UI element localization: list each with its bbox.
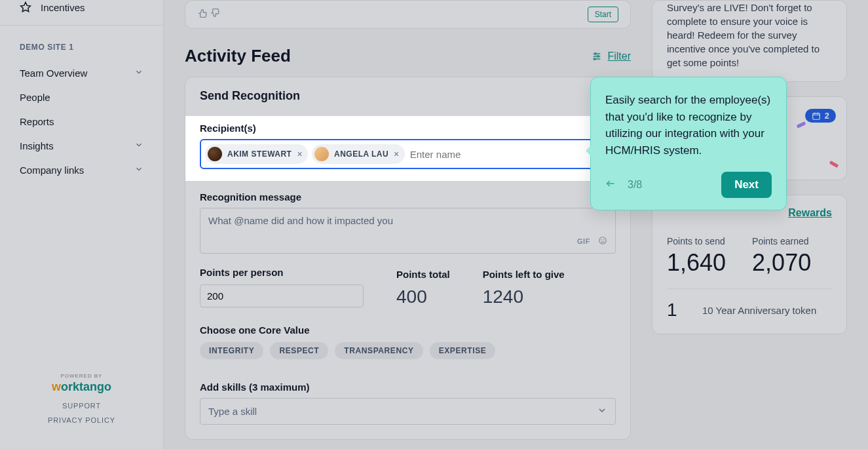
tooltip-text: Easily search for the employee(s) that y… bbox=[605, 92, 772, 159]
recipient-chip: AKIM STEWART × bbox=[205, 144, 308, 164]
sidebar-item-insights[interactable]: Insights bbox=[16, 134, 147, 158]
filter-label: Filter bbox=[607, 50, 631, 62]
points-send-label: Points to send bbox=[667, 236, 726, 246]
sidebar-item-label: Company links bbox=[20, 165, 84, 176]
avatar bbox=[314, 147, 329, 161]
site-label: DEMO SITE 1 bbox=[20, 43, 147, 52]
survey-text: Survey's are LIVE! Don't forget to compl… bbox=[667, 1, 832, 69]
sidebar-item-reports[interactable]: Reports bbox=[16, 109, 147, 134]
message-input[interactable]: What @name did and how it impacted you G… bbox=[200, 208, 616, 254]
points-send-value: 1,640 bbox=[667, 249, 726, 277]
svg-point-12 bbox=[601, 240, 602, 241]
brand-logo[interactable]: worktango bbox=[16, 380, 147, 394]
rewards-card: Rewards Points to send 1,640 Points earn… bbox=[652, 195, 847, 334]
sidebar: Incentives DEMO SITE 1 Team Overview Peo… bbox=[0, 0, 164, 449]
skills-placeholder: Type a skill bbox=[208, 406, 257, 417]
recipient-chip: ANGELA LAU × bbox=[312, 144, 405, 164]
points-earned-label: Points earned bbox=[752, 236, 811, 246]
recipients-section: Recipient(s) AKIM STEWART × ANGELA LAU × bbox=[185, 116, 630, 181]
thumbs-icon[interactable] bbox=[197, 9, 220, 21]
chevron-down-icon bbox=[597, 405, 607, 418]
sidebar-item-team-overview[interactable]: Team Overview bbox=[16, 61, 147, 85]
chevron-down-icon bbox=[134, 140, 143, 151]
sidebar-item-label: Team Overview bbox=[20, 68, 87, 79]
points-left-label: Points left to give bbox=[483, 269, 565, 280]
points-total-value: 400 bbox=[396, 286, 450, 307]
star-icon bbox=[20, 1, 31, 13]
activity-feed-title: Activity Feed bbox=[185, 46, 291, 66]
recipients-input[interactable]: AKIM STEWART × ANGELA LAU × bbox=[200, 139, 616, 169]
tour-tooltip: Easily search for the employee(s) that y… bbox=[590, 77, 787, 210]
start-button[interactable]: Start bbox=[588, 7, 618, 22]
card-title: Send Recognition bbox=[200, 89, 300, 103]
svg-point-11 bbox=[599, 237, 607, 244]
svg-point-4 bbox=[597, 55, 599, 57]
send-recognition-card: Send Recognition Recipient(s) AKIM STEWA… bbox=[185, 77, 631, 440]
tooltip-step: 3/8 bbox=[628, 179, 642, 191]
recipient-text-input[interactable] bbox=[409, 146, 592, 163]
right-column: Survey's are LIVE! Don't forget to compl… bbox=[652, 0, 868, 449]
svg-rect-14 bbox=[813, 113, 820, 119]
svg-marker-0 bbox=[21, 3, 31, 12]
emoji-icon[interactable] bbox=[598, 236, 607, 246]
sidebar-item-company-links[interactable]: Company links bbox=[16, 158, 147, 182]
core-value-option[interactable]: TRANSPARENCY bbox=[335, 342, 423, 359]
tooltip-back-button[interactable] bbox=[605, 178, 616, 191]
chevron-down-icon bbox=[134, 68, 143, 79]
points-total-label: Points total bbox=[396, 269, 450, 280]
calendar-icon bbox=[812, 111, 821, 121]
banner-card: Start bbox=[185, 0, 631, 29]
sidebar-item-people[interactable]: People bbox=[16, 85, 147, 109]
chevron-down-icon bbox=[134, 165, 143, 176]
sidebar-footer: POWERED BY worktango SUPPORT PRIVACY POL… bbox=[16, 365, 147, 439]
tooltip-next-button[interactable]: Next bbox=[721, 172, 772, 198]
filter-button[interactable]: Filter bbox=[592, 50, 631, 62]
points-per-input[interactable] bbox=[200, 284, 364, 307]
skills-input[interactable]: Type a skill bbox=[200, 398, 616, 425]
sidebar-item-label: Reports bbox=[20, 116, 54, 127]
skills-label: Add skills (3 maximum) bbox=[200, 381, 616, 393]
core-value-row: INTEGRITY RESPECT TRANSPARENCY EXPERTISE bbox=[200, 342, 616, 359]
survey-card: Survey's are LIVE! Don't forget to compl… bbox=[652, 0, 847, 82]
support-link[interactable]: SUPPORT bbox=[16, 402, 147, 410]
core-value-option[interactable]: EXPERTISE bbox=[430, 342, 496, 359]
points-left-value: 1240 bbox=[483, 286, 565, 307]
main: Start Activity Feed Filter Send Recognit… bbox=[164, 0, 652, 449]
anniversary-text: 10 Year Anniversary token bbox=[702, 305, 816, 316]
core-value-option[interactable]: RESPECT bbox=[270, 342, 328, 359]
message-label: Recognition message bbox=[200, 191, 616, 203]
recipient-name: ANGELA LAU bbox=[334, 149, 388, 159]
sidebar-item-label: Insights bbox=[20, 140, 54, 151]
message-placeholder: What @name did and how it impacted you bbox=[208, 215, 607, 226]
gif-button[interactable]: GIF bbox=[577, 237, 590, 245]
privacy-link[interactable]: PRIVACY POLICY bbox=[16, 416, 147, 424]
remove-recipient-icon[interactable]: × bbox=[297, 149, 303, 159]
remove-recipient-icon[interactable]: × bbox=[394, 149, 400, 159]
divider bbox=[0, 25, 163, 26]
core-value-label: Choose one Core Value bbox=[200, 324, 616, 336]
recipient-name: AKIM STEWART bbox=[227, 149, 292, 159]
points-earned-value: 2,070 bbox=[752, 249, 811, 277]
recipients-label: Recipient(s) bbox=[200, 123, 616, 134]
powered-by-label: POWERED BY bbox=[16, 373, 147, 379]
svg-point-6 bbox=[594, 58, 596, 60]
anniversary-count: 1 bbox=[667, 300, 683, 321]
sidebar-item-incentives[interactable]: Incentives bbox=[16, 0, 147, 21]
avatar bbox=[208, 147, 222, 161]
core-value-option[interactable]: INTEGRITY bbox=[200, 342, 263, 359]
sliders-icon bbox=[592, 51, 602, 62]
badge-count: 2 bbox=[825, 111, 829, 121]
points-per-label: Points per person bbox=[200, 267, 364, 278]
svg-point-2 bbox=[595, 52, 597, 54]
sidebar-item-label: People bbox=[20, 92, 50, 103]
sidebar-item-label: Incentives bbox=[41, 2, 85, 13]
notification-badge[interactable]: 2 bbox=[805, 109, 836, 123]
svg-point-13 bbox=[603, 240, 604, 241]
